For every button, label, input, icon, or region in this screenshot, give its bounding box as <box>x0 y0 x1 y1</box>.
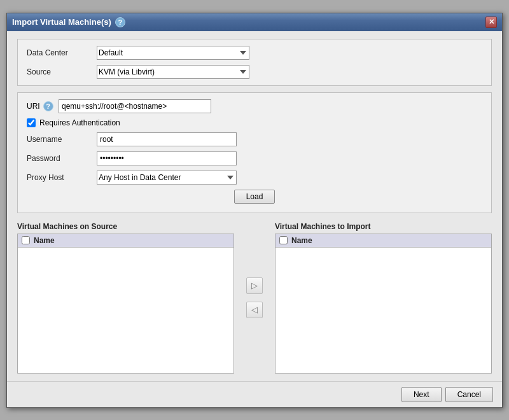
proxy-host-row: Proxy Host Any Host in Data Center <box>27 171 482 185</box>
vm-import-name-header: Name <box>291 236 312 245</box>
uri-row: URI ? <box>27 99 482 113</box>
vm-source-name-header: Name <box>34 236 55 245</box>
uri-help-icon[interactable]: ? <box>43 101 53 111</box>
uri-input[interactable] <box>59 99 211 113</box>
titlebar-left: Import Virtual Machine(s) ? <box>12 17 125 27</box>
source-row: Source KVM (via Libvirt) <box>27 65 482 79</box>
requires-auth-checkbox[interactable] <box>27 118 36 127</box>
username-row: Username <box>27 132 482 146</box>
import-vm-dialog: Import Virtual Machine(s) ? ✕ Data Cente… <box>6 13 503 408</box>
data-center-select[interactable]: Default <box>97 46 249 60</box>
next-button[interactable]: Next <box>401 387 442 402</box>
uri-section: URI ? Requires Authentication Username P… <box>17 92 492 213</box>
vm-source-title: Virtual Machines on Source <box>17 222 234 231</box>
close-button[interactable]: ✕ <box>485 17 497 28</box>
vm-section: Virtual Machines on Source Name ▷ ◁ Virt… <box>17 222 492 374</box>
arrow-column: ▷ ◁ <box>243 222 266 374</box>
vm-source-body <box>18 248 234 373</box>
data-center-label: Data Center <box>27 48 97 57</box>
cancel-button[interactable]: Cancel <box>445 387 493 402</box>
requires-auth-row: Requires Authentication <box>27 118 482 127</box>
move-right-button[interactable]: ▷ <box>246 277 263 294</box>
load-button[interactable]: Load <box>234 190 275 204</box>
proxy-host-label: Proxy Host <box>27 173 97 182</box>
dialog-titlebar: Import Virtual Machine(s) ? ✕ <box>7 13 502 31</box>
proxy-host-select[interactable]: Any Host in Data Center <box>97 171 237 185</box>
datacenter-source-section: Data Center Default Source KVM (via Libv… <box>17 39 492 86</box>
dialog-footer: Next Cancel <box>7 381 502 407</box>
vm-import-header: Name <box>275 234 491 248</box>
vm-source-list: Name <box>17 234 234 374</box>
move-left-button[interactable]: ◁ <box>246 302 263 318</box>
vm-source-select-all[interactable] <box>22 236 30 244</box>
vm-import-body <box>275 248 491 373</box>
dialog-body: Data Center Default Source KVM (via Libv… <box>7 31 502 381</box>
password-row: Password <box>27 151 482 165</box>
vm-import-list: Name <box>275 234 492 374</box>
vm-import-select-all[interactable] <box>279 236 288 244</box>
username-input[interactable] <box>97 132 237 146</box>
data-center-row: Data Center Default <box>27 46 482 60</box>
password-input[interactable] <box>97 151 237 165</box>
requires-auth-label: Requires Authentication <box>39 118 120 127</box>
vm-source-panel: Virtual Machines on Source Name <box>17 222 234 374</box>
source-label: Source <box>27 67 97 76</box>
uri-label-group: URI ? <box>27 101 59 111</box>
dialog-title: Import Virtual Machine(s) <box>12 17 111 27</box>
vm-import-panel: Virtual Machines to Import Name <box>275 222 492 374</box>
vm-source-header: Name <box>18 234 234 248</box>
vm-import-title: Virtual Machines to Import <box>275 222 492 231</box>
username-label: Username <box>27 135 97 144</box>
password-label: Password <box>27 154 97 163</box>
load-row: Load <box>27 190 482 204</box>
source-select[interactable]: KVM (via Libvirt) <box>97 65 249 79</box>
dialog-help-icon[interactable]: ? <box>115 17 125 27</box>
uri-label-text: URI <box>27 102 40 111</box>
